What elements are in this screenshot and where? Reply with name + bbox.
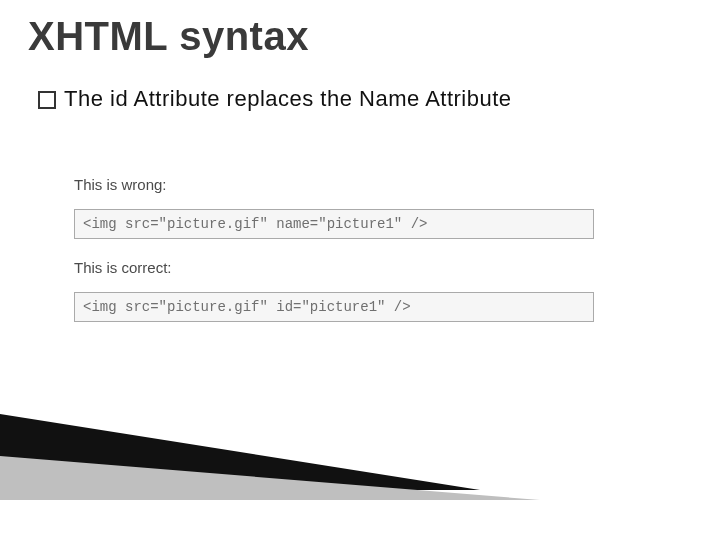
decorative-cover — [0, 500, 720, 540]
slide: XHTML syntax The id Attribute replaces t… — [0, 0, 720, 540]
wrong-code-box: <img src="picture.gif" name="picture1" /… — [74, 209, 594, 239]
square-bullet-icon — [38, 91, 56, 109]
example-area: This is wrong: <img src="picture.gif" na… — [74, 176, 594, 342]
correct-label: This is correct: — [74, 259, 594, 276]
bullet-item: The id Attribute replaces the Name Attri… — [38, 86, 512, 112]
wrong-label: This is wrong: — [74, 176, 594, 193]
slide-title: XHTML syntax — [28, 14, 309, 59]
decorative-wedge-grey-icon — [0, 456, 540, 500]
correct-code-box: <img src="picture.gif" id="picture1" /> — [74, 292, 594, 322]
bullet-text: The id Attribute replaces the Name Attri… — [64, 86, 512, 112]
